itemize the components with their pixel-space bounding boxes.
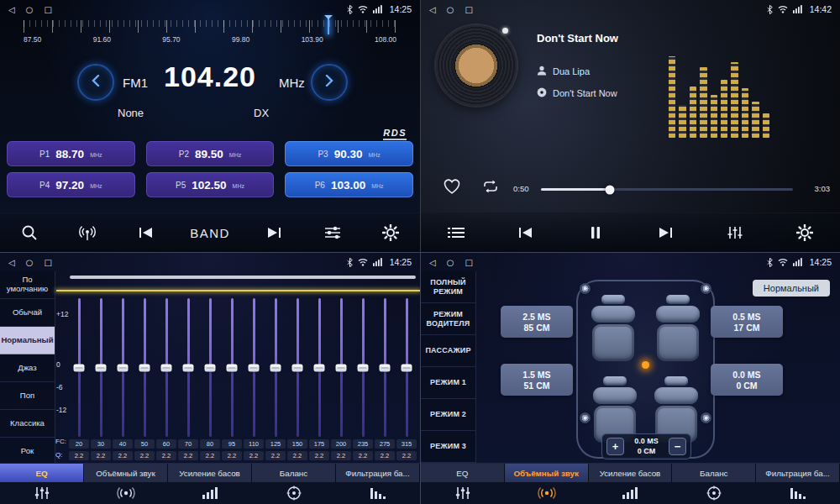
tab-label[interactable]: Баланс [672,464,756,482]
slider-handle[interactable] [205,364,216,371]
favorite-button[interactable] [443,178,461,197]
eq-band-slider[interactable] [134,297,155,438]
repeat-button[interactable] [481,180,500,197]
slider-handle[interactable] [96,364,107,371]
surround-mode[interactable]: РЕЖИМ 1 [421,367,475,399]
band-button[interactable]: BAND [190,226,230,240]
eq-band-slider[interactable] [308,297,330,438]
tab-bass-boost[interactable]: Усиление басов [589,464,673,504]
surround-mode[interactable]: ПОЛНЫЙ РЕЖИМ [421,271,475,303]
radio-preset-button[interactable]: P2 89.50 MHz [146,141,275,166]
tab-balance[interactable]: Баланс [672,464,756,504]
radio-preset-button[interactable]: P5 102.50 MHz [146,172,275,197]
previous-track-button[interactable] [512,227,540,239]
slider-handle[interactable] [139,364,150,371]
eq-band-slider[interactable] [286,297,308,438]
tab-balance[interactable]: Баланс [252,464,336,504]
eq-band-slider[interactable] [330,297,352,438]
eq-band-slider[interactable] [90,297,112,438]
tab-label[interactable]: EQ [421,464,505,482]
delay-front-left[interactable]: 2.5 MS 85 CM [501,306,573,338]
eq-band-slider[interactable] [352,297,374,438]
increase-delay-button[interactable]: + [606,438,624,455]
eq-band-slider[interactable] [265,297,286,438]
eq-band-slider[interactable] [155,297,177,438]
radio-preset-button[interactable]: P3 90.30 MHz [285,141,413,166]
tab-label[interactable]: Объёмный звук [84,464,168,482]
slider-handle[interactable] [74,364,85,371]
tab-label[interactable]: Объёмный звук [505,464,589,482]
surround-mode[interactable]: ПАССАЖИР [421,335,475,367]
slider-handle[interactable] [118,364,129,371]
back-button[interactable]: ◁ [8,5,15,14]
recents-button[interactable]: □ [465,258,472,267]
eq-band-slider[interactable] [374,297,396,438]
eq-band-slider[interactable] [243,297,265,438]
tab-bass-boost[interactable]: Усиление басов [168,464,252,504]
radio-preset-button[interactable]: P1 88.70 MHz [7,141,135,166]
tab-label[interactable]: EQ [0,464,84,482]
slider-handle[interactable] [249,364,260,371]
tab-label[interactable]: Баланс [252,464,336,482]
eq-band-slider[interactable] [68,297,90,438]
eq-band-slider[interactable] [396,297,417,438]
eq-preset[interactable]: Классика [0,410,55,438]
listening-position-dot[interactable] [642,361,649,369]
home-button[interactable]: ○ [26,5,34,14]
eq-band-slider[interactable] [177,297,199,438]
tab-surround-sound[interactable]: Объёмный звук [84,464,168,504]
eq-preset[interactable]: Поп [0,382,55,410]
eq-band-slider[interactable] [221,297,243,438]
eq-preset[interactable]: Нормальный [0,327,55,354]
tab-label[interactable]: Усиление басов [168,464,252,482]
slider-handle[interactable] [380,364,391,371]
tab-eq[interactable]: EQ [0,464,84,504]
next-button[interactable] [260,227,288,239]
recents-button[interactable]: □ [465,5,472,14]
progress-knob[interactable] [605,185,614,194]
home-button[interactable]: ○ [26,258,34,267]
equalizer-button[interactable] [721,226,749,239]
search-button[interactable] [15,224,44,241]
eq-preset[interactable]: Рок [0,438,55,465]
back-button[interactable]: ◁ [8,258,15,267]
radio-preset-button[interactable]: P6 103.00 MHz [285,172,413,197]
tab-filter[interactable]: Фильтрация ба... [336,464,420,504]
broadcast-scan-button[interactable] [73,224,102,241]
slider-handle[interactable] [314,364,325,371]
next-track-button[interactable] [651,227,680,239]
home-button[interactable]: ○ [447,258,454,267]
settings-button[interactable] [376,224,405,241]
recents-button[interactable]: □ [44,258,51,267]
eq-preset[interactable]: Обычай [0,299,55,327]
previous-button[interactable] [132,227,160,239]
slider-handle[interactable] [227,364,238,371]
recents-button[interactable]: □ [44,5,51,14]
surround-mode[interactable]: РЕЖИМ ВОДИТЕЛЯ [421,303,475,335]
back-button[interactable]: ◁ [429,258,436,267]
tune-up-button[interactable] [311,64,348,101]
eq-band-slider[interactable] [112,297,134,438]
slider-handle[interactable] [161,364,172,371]
tab-label[interactable]: Фильтрация ба... [756,464,840,482]
tune-down-button[interactable] [77,64,114,101]
profile-button[interactable]: Нормальный [753,280,830,297]
tab-label[interactable]: Усиление басов [589,464,673,482]
surround-mode[interactable]: РЕЖИМ 3 [421,431,475,463]
surround-mode[interactable]: РЕЖИМ 2 [421,399,475,431]
slider-handle[interactable] [183,364,194,371]
delay-rear-right[interactable]: 0.0 MS 0 CM [711,364,783,396]
delay-rear-left[interactable]: 1.5 MS 51 CM [501,364,573,396]
pause-button[interactable] [581,226,610,239]
eq-preset[interactable]: Джаз [0,354,55,382]
tab-filter[interactable]: Фильтрация ба... [756,464,840,504]
slider-handle[interactable] [402,364,412,371]
delay-front-right[interactable]: 0.5 MS 17 CM [711,306,783,338]
progress-bar[interactable] [541,188,793,191]
frequency-ruler[interactable] [24,20,396,33]
slider-handle[interactable] [336,364,347,371]
back-button[interactable]: ◁ [429,5,436,14]
tab-eq[interactable]: EQ [421,464,505,504]
slider-handle[interactable] [358,364,369,371]
eq-preset[interactable]: По умолчанию [0,271,55,299]
